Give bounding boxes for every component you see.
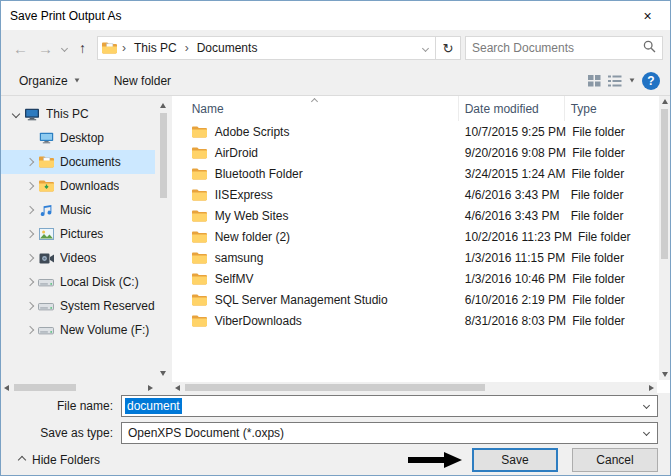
file-row[interactable]: Adobe Scripts 10/7/2015 9:25 PM File fol… — [172, 121, 658, 142]
expand-chevron-icon[interactable] — [9, 111, 22, 117]
expand-chevron-icon[interactable] — [23, 231, 36, 237]
file-row[interactable]: samsung 1/3/2016 11:15 PM File folder — [172, 247, 658, 268]
tree-item-icon — [36, 301, 56, 312]
file-row[interactable]: New folder (2) 10/2/2016 11:23 PM File f… — [172, 226, 658, 247]
help-button[interactable]: ? — [642, 72, 660, 90]
hide-folders-button[interactable]: Hide Folders — [13, 450, 106, 470]
organize-button[interactable]: Organize — [11, 70, 88, 92]
scrollbar-thumb[interactable] — [14, 384, 76, 391]
breadcrumb-separator-icon: › — [120, 41, 128, 55]
expand-chevron-icon[interactable] — [23, 183, 36, 189]
column-header-date-modified[interactable]: Date modified — [459, 96, 565, 121]
dialog-content: This PC Desktop Documents Downloads Musi… — [1, 96, 670, 393]
expand-chevron-icon[interactable] — [23, 327, 36, 333]
scroll-left-button[interactable] — [1, 382, 12, 393]
recent-locations-dropdown[interactable] — [58, 46, 70, 51]
folder-icon — [192, 168, 210, 180]
search-input[interactable] — [472, 41, 643, 55]
details-view-button[interactable] — [608, 75, 622, 87]
breadcrumb-item-this-pc[interactable]: This PC — [128, 37, 183, 59]
file-name-dropdown-chevron[interactable] — [643, 401, 650, 408]
sidebar-item-videos[interactable]: Videos — [1, 246, 155, 270]
sidebar-item-downloads[interactable]: Downloads — [1, 174, 155, 198]
title-bar: Save Print Output As × — [1, 1, 670, 30]
scrollbar-thumb[interactable] — [661, 109, 668, 259]
back-button[interactable]: ← — [8, 36, 33, 61]
chevron-down-icon — [421, 44, 428, 51]
scroll-left-button[interactable] — [172, 382, 183, 393]
scroll-up-button[interactable] — [659, 96, 670, 107]
sidebar-item-system-reserved[interactable]: System Reserved — [1, 294, 155, 318]
toolbar-right-group: ? — [588, 72, 660, 90]
save-as-type-value: OpenXPS Document (*.oxps) — [125, 426, 284, 440]
breadcrumb-item-documents[interactable]: Documents — [191, 37, 264, 59]
sidebar-item-music[interactable]: Music — [1, 198, 155, 222]
sidebar-vertical-scrollbar[interactable] — [158, 100, 169, 379]
folder-icon — [192, 294, 210, 306]
file-row[interactable]: Bluetooth Folder 3/24/2015 1:24 AM File … — [172, 163, 658, 184]
sidebar-item-new-volume-f-[interactable]: New Volume (F:) — [1, 318, 155, 342]
tree-item-icon — [36, 277, 56, 288]
file-list: Name Date modified Type Adobe Scripts 10… — [172, 96, 670, 393]
sidebar-item-local-disk-c-[interactable]: Local Disk (C:) — [1, 270, 155, 294]
file-name-input[interactable]: document — [121, 395, 658, 417]
scroll-right-button[interactable] — [145, 382, 156, 393]
navigation-bar: ← → ↑ ›This PC›Documents ↻ — [1, 30, 670, 66]
expand-chevron-icon[interactable] — [23, 303, 36, 309]
breadcrumb[interactable]: ›This PC›Documents — [97, 36, 436, 60]
window-title: Save Print Output As — [10, 9, 121, 23]
folder-icon — [192, 231, 210, 243]
chevron-down-icon — [74, 79, 79, 83]
command-toolbar: Organize New folder ? — [1, 66, 670, 96]
view-options-chevron[interactable] — [630, 79, 635, 83]
file-row[interactable]: My Web Sites 4/6/2016 3:43 PM File folde… — [172, 205, 658, 226]
file-row[interactable]: AirDroid 9/20/2016 9:08 PM File folder — [172, 142, 658, 163]
scroll-down-button[interactable] — [158, 368, 169, 379]
scroll-up-button[interactable] — [158, 100, 169, 111]
folder-icon — [192, 189, 210, 201]
save-as-type-dropdown-chevron[interactable] — [643, 428, 650, 435]
expand-chevron-icon[interactable] — [23, 279, 36, 285]
sidebar-item-documents[interactable]: Documents — [1, 150, 155, 174]
expand-chevron-icon[interactable] — [23, 159, 36, 165]
address-history-chevron[interactable] — [415, 46, 435, 51]
tree-item-icon — [36, 156, 56, 168]
file-row[interactable]: ViberDownloads 8/31/2016 8:03 PM File fo… — [172, 310, 658, 331]
up-button[interactable]: ↑ — [70, 36, 95, 61]
breadcrumb-separator-icon: › — [183, 41, 191, 55]
close-button[interactable]: × — [625, 1, 670, 30]
file-row[interactable]: SQL Server Management Studio 6/10/2016 2… — [172, 289, 658, 310]
folder-icon — [192, 210, 210, 222]
sidebar-item-desktop[interactable]: Desktop — [1, 126, 155, 150]
file-name-label: File name: — [1, 399, 121, 413]
tree-item-icon — [36, 204, 56, 217]
expand-chevron-icon[interactable] — [23, 207, 36, 213]
save-button[interactable]: Save — [472, 448, 558, 472]
file-list-horizontal-scrollbar[interactable] — [172, 382, 657, 393]
expand-chevron-icon[interactable] — [23, 255, 36, 261]
scroll-right-button[interactable] — [646, 382, 657, 393]
folder-tree: This PC Desktop Documents Downloads Musi… — [1, 102, 155, 342]
save-print-output-dialog: Save Print Output As × ← → ↑ ›This PC›Do… — [0, 0, 671, 476]
sidebar-horizontal-scrollbar[interactable] — [1, 382, 156, 393]
forward-button[interactable]: → — [33, 36, 58, 61]
sidebar-item-pictures[interactable]: Pictures — [1, 222, 155, 246]
file-row[interactable]: SelfMV 1/3/2016 10:46 PM File folder — [172, 268, 658, 289]
save-as-type-select[interactable]: OpenXPS Document (*.oxps) — [121, 422, 658, 444]
column-header-type[interactable]: Type — [565, 96, 658, 121]
file-list-body: Adobe Scripts 10/7/2015 9:25 PM File fol… — [172, 121, 658, 381]
dialog-footer: Hide Folders Save Cancel — [1, 445, 670, 475]
scrollbar-thumb[interactable] — [185, 384, 485, 391]
cancel-button[interactable]: Cancel — [572, 448, 658, 472]
new-folder-button[interactable]: New folder — [106, 70, 179, 92]
file-row[interactable]: IISExpress 4/6/2016 3:43 PM File folder — [172, 184, 658, 205]
scroll-down-button[interactable] — [659, 369, 670, 380]
icons-view-button[interactable] — [588, 75, 601, 87]
file-name-selected-text: document — [125, 398, 182, 414]
file-list-vertical-scrollbar[interactable] — [659, 96, 670, 380]
refresh-button[interactable]: ↻ — [436, 36, 461, 60]
scrollbar-thumb[interactable] — [160, 113, 167, 198]
save-as-type-label: Save as type: — [1, 426, 121, 440]
folder-icon — [192, 315, 210, 327]
sidebar-item-this-pc[interactable]: This PC — [1, 102, 155, 126]
